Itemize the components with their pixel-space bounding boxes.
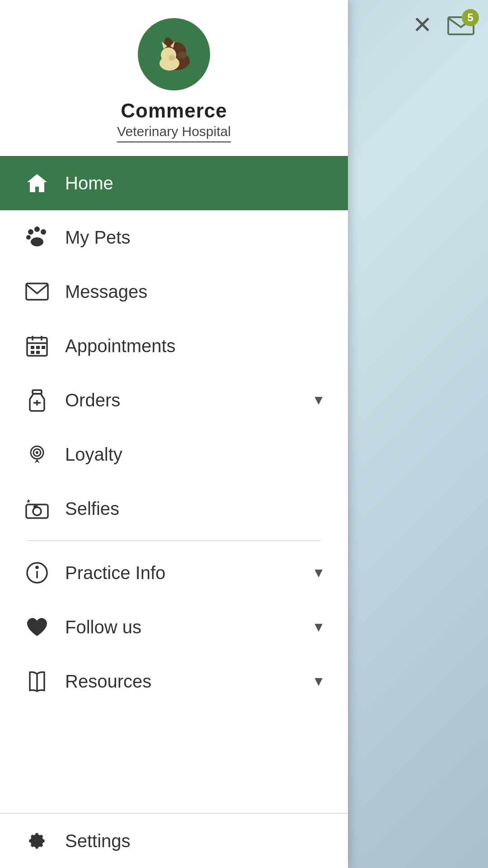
svg-marker-32 [27,499,30,503]
nav-item-appointments[interactable]: Appointments [0,319,348,373]
svg-rect-21 [31,346,34,349]
paw-icon [23,223,52,252]
nav-item-loyalty[interactable]: Loyalty [0,427,348,481]
nav-label-practice-info: Practice Info [65,563,307,583]
camera-icon [23,494,52,523]
svg-point-13 [41,229,46,235]
svg-rect-35 [33,505,38,508]
gear-icon [23,826,52,855]
follow-us-chevron: ▼ [312,619,325,635]
mail-nav-icon [23,277,52,306]
nav-divider [27,540,321,541]
navigation-drawer: Commerce Veterinary Hospital Home [0,0,348,868]
nav-label-loyalty: Loyalty [65,444,325,465]
close-button[interactable]: ✕ [407,9,438,41]
nav-label-appointments: Appointments [65,336,325,356]
svg-rect-22 [36,346,40,349]
clinic-subtitle: Veterinary Hospital [117,124,231,142]
svg-point-14 [26,235,31,240]
info-icon [23,558,52,587]
nav-label-home: Home [65,173,325,193]
svg-point-38 [36,566,38,568]
nav-item-orders[interactable]: Orders ▼ [0,373,348,427]
heart-icon [23,613,52,642]
orders-chevron: ▼ [312,392,325,408]
nav-label-follow-us: Follow us [65,617,307,637]
svg-point-10 [169,55,175,61]
clinic-logo [138,18,210,90]
svg-rect-23 [42,346,45,349]
resources-chevron: ▼ [312,674,325,689]
svg-point-7 [161,47,176,63]
logo-area: Commerce Veterinary Hospital [0,0,348,156]
svg-rect-24 [31,351,34,354]
nav-item-follow-us[interactable]: Follow us ▼ [0,600,348,654]
svg-point-12 [34,226,40,232]
nav-label-my-pets: My Pets [65,227,325,248]
nav-item-resources[interactable]: Resources ▼ [0,654,348,708]
clinic-name: Commerce [121,99,227,122]
nav-item-settings[interactable]: Settings [0,813,348,868]
home-icon [23,169,52,198]
nav-list: Home My Pets Me [0,156,348,813]
notification-badge: 5 [462,9,479,26]
nav-item-my-pets[interactable]: My Pets [0,210,348,264]
bottle-icon [23,386,52,415]
nav-item-home[interactable]: Home [0,156,348,210]
calendar-icon [23,331,52,360]
nav-label-orders: Orders [65,390,307,410]
svg-point-31 [36,451,38,454]
book-icon [23,667,52,696]
svg-point-4 [178,52,187,59]
nav-label-resources: Resources [65,671,307,692]
nav-item-practice-info[interactable]: Practice Info ▼ [0,546,348,600]
nav-item-messages[interactable]: Messages [0,264,348,319]
loyalty-icon [23,440,52,469]
svg-point-15 [31,237,43,246]
nav-item-selfies[interactable]: Selfies [0,481,348,536]
svg-point-34 [33,507,41,515]
notification-area[interactable]: 5 [443,9,479,41]
svg-rect-25 [36,351,40,354]
svg-point-11 [28,229,33,235]
practice-info-chevron: ▼ [312,565,325,580]
logo-image [142,23,206,86]
nav-label-messages: Messages [65,282,325,302]
nav-label-settings: Settings [65,831,131,851]
svg-rect-16 [26,283,48,300]
top-right-area: ✕ 5 [407,9,479,41]
nav-label-selfies: Selfies [65,499,325,519]
